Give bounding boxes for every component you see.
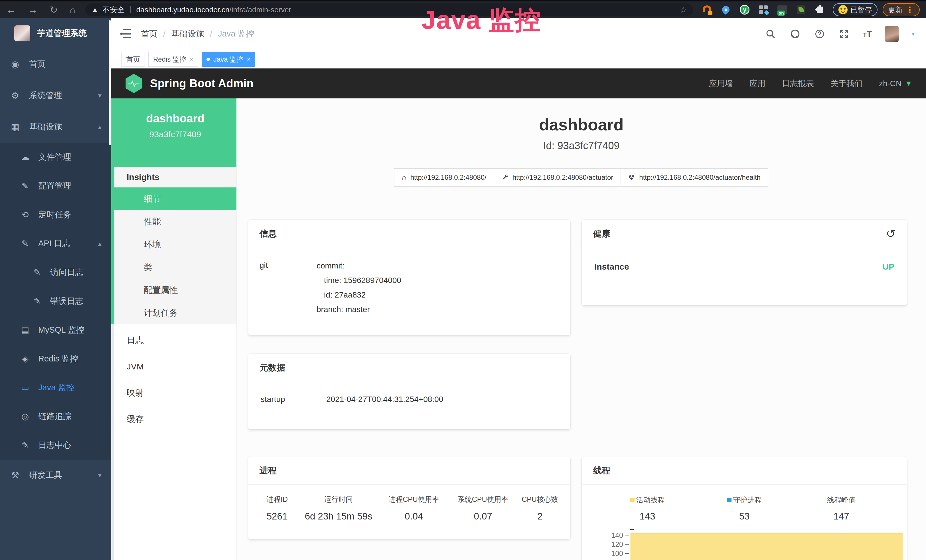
active-section-indicator bbox=[111, 98, 114, 324]
sidebar-item-scheduled-tasks[interactable]: ⟲ 定时任务 bbox=[0, 200, 111, 229]
extension-y-icon[interactable]: y bbox=[739, 4, 750, 15]
sidebar-item-java-monitor[interactable]: ▭ Java 监控 bbox=[0, 373, 111, 402]
nav-item-scheduled-tasks[interactable]: 计划任务 bbox=[114, 301, 236, 324]
browser-address-bar[interactable]: ▲ 不安全 dashboard.yudao.iocoder.cn/infra/a… bbox=[85, 3, 693, 16]
extensions-puzzle-icon[interactable] bbox=[814, 4, 825, 15]
metadata-card: 元数据 startup 2021-04-27T00:44:31.254+08:0… bbox=[248, 354, 570, 429]
extension-pin-icon[interactable] bbox=[720, 4, 731, 15]
info-value: commit: time: 1596289704000 id: 27aa832 … bbox=[316, 259, 559, 325]
extension-colorzilla-icon[interactable] bbox=[702, 4, 713, 15]
hamburger-icon[interactable] bbox=[120, 29, 131, 39]
history-icon[interactable]: ↺ bbox=[886, 227, 896, 240]
sidebar-item-tracing[interactable]: ◎ 链路追踪 bbox=[0, 402, 111, 431]
sidebar-item-api-logs[interactable]: ✎ API 日志 ▴ bbox=[0, 229, 111, 258]
tab-home[interactable]: 首页 bbox=[121, 52, 145, 67]
threads-card: 线程 活动线程 143 守护进程 53 线程峰值 bbox=[582, 456, 907, 560]
process-card: 进程 进程ID 运行时间 进程CPU使用率 系统CPU使用率 CPU核心数 52… bbox=[248, 456, 570, 539]
chevron-up-icon: ▴ bbox=[98, 240, 101, 248]
nav-item-details[interactable]: 细节 bbox=[114, 188, 236, 210]
endpoint-actuator-url[interactable]: http://192.168.0.2:48080/actuator bbox=[494, 168, 621, 186]
browser-forward-icon[interactable]: → bbox=[28, 4, 38, 15]
help-icon[interactable] bbox=[814, 28, 825, 40]
close-icon[interactable]: × bbox=[190, 56, 194, 63]
info-card-title: 信息 bbox=[260, 228, 277, 240]
browser-update-button[interactable]: 更新 ⋮ bbox=[883, 3, 920, 16]
sidebar-item-mysql-monitor[interactable]: ▤ MySQL 监控 bbox=[0, 316, 111, 344]
instance-sidebar: dashboard 93a3fc7f7409 Insights 细节 性能 环境… bbox=[111, 98, 237, 560]
breadcrumb-home[interactable]: 首页 bbox=[141, 28, 157, 40]
bookmark-star-icon[interactable]: ☆ bbox=[679, 5, 687, 15]
screen: ← → ↻ ⌂ ▲ 不安全 dashboard.yudao.iocoder.cn… bbox=[0, 0, 926, 560]
nav-group-jvm[interactable]: JVM bbox=[114, 353, 236, 380]
sidebar-item-config-management[interactable]: ✎ 配置管理 bbox=[0, 171, 111, 200]
sidebar-item-access-logs[interactable]: ✎ 访问日志 bbox=[0, 258, 111, 287]
chevron-down-icon: ▾ bbox=[98, 92, 101, 100]
sba-language-selector[interactable]: zh-CN ▼ bbox=[879, 79, 912, 88]
eye-icon: ◎ bbox=[20, 412, 30, 421]
sidebar-item-dev-tools[interactable]: ⚒ 研发工具 ▾ bbox=[0, 460, 111, 491]
update-label: 更新 bbox=[888, 5, 903, 15]
page-id: Id: 93a3fc7f7409 bbox=[237, 140, 926, 152]
sidebar-item-error-logs[interactable]: ✎ 错误日志 bbox=[0, 287, 111, 316]
browser-home-icon[interactable]: ⌂ bbox=[70, 4, 76, 15]
paused-label: 已暂停 bbox=[850, 5, 872, 15]
live-threads-value: 143 bbox=[599, 511, 696, 522]
cpu-cores: 2 bbox=[517, 511, 563, 522]
browser-back-icon[interactable]: ← bbox=[6, 4, 16, 15]
sidebar-scrollbar[interactable] bbox=[109, 20, 111, 145]
breadcrumb-infrastructure[interactable]: 基础设施 bbox=[171, 28, 204, 40]
github-icon[interactable] bbox=[790, 28, 801, 40]
endpoint-service-url[interactable]: ⌂ http://192.168.0.2:48080/ bbox=[394, 168, 494, 186]
legend-swatch-daemon bbox=[727, 498, 731, 502]
log-icon: ✎ bbox=[20, 440, 30, 450]
profile-paused-badge[interactable]: 已暂停 bbox=[833, 3, 878, 16]
metadata-card-title: 元数据 bbox=[260, 362, 285, 374]
sidebar-item-file-management[interactable]: ☁ 文件管理 bbox=[0, 143, 111, 171]
nav-item-environment[interactable]: 环境 bbox=[114, 233, 236, 256]
sidebar-item-home[interactable]: ◉ 首页 bbox=[0, 48, 111, 80]
fullscreen-icon[interactable] bbox=[838, 28, 850, 40]
info-key: git bbox=[260, 259, 316, 325]
sidebar-item-redis-monitor[interactable]: ◈ Redis 监控 bbox=[0, 344, 111, 373]
endpoint-health-url[interactable]: http://192.168.0.2:48080/actuator/health bbox=[620, 168, 768, 186]
search-icon[interactable] bbox=[765, 28, 776, 40]
health-status-badge: UP bbox=[882, 262, 894, 272]
extension-switch-on-icon[interactable]: on bbox=[777, 4, 788, 15]
app-logo-row[interactable]: 芋道管理系统 bbox=[0, 18, 111, 48]
nav-group-logs[interactable]: 日志 bbox=[114, 327, 236, 353]
sba-nav-about[interactable]: 关于我们 bbox=[831, 78, 862, 89]
tab-java-monitor[interactable]: Java 监控 × bbox=[202, 52, 255, 67]
browser-menu-icon[interactable]: ⋮ bbox=[905, 5, 914, 15]
extension-leaf-icon[interactable] bbox=[796, 4, 806, 15]
caret-down-icon[interactable]: ▾ bbox=[912, 30, 915, 37]
sidebar-track bbox=[111, 324, 114, 560]
health-row: Instance UP bbox=[593, 248, 896, 285]
extension-grid-icon[interactable] bbox=[758, 4, 769, 15]
nav-item-config-props[interactable]: 配置属性 bbox=[114, 279, 236, 301]
url-text: dashboard.yudao.iocoder.cn/infra/admin-s… bbox=[136, 5, 291, 14]
sidebar-item-infrastructure[interactable]: ▦ 基础设施 ▴ bbox=[0, 111, 111, 143]
tab-redis-monitor[interactable]: Redis 监控 × bbox=[148, 52, 198, 67]
home-icon: ⌂ bbox=[402, 173, 406, 182]
ytick-100: 100 bbox=[593, 550, 623, 557]
sidebar-item-log-center[interactable]: ✎ 日志中心 bbox=[0, 431, 111, 460]
browser-extensions: y on bbox=[702, 4, 825, 15]
sba-nav-applications[interactable]: 应用 bbox=[749, 78, 766, 89]
log-icon: ✎ bbox=[32, 267, 42, 277]
nav-item-metrics[interactable]: 性能 bbox=[114, 210, 236, 233]
instance-header[interactable]: dashboard 93a3fc7f7409 bbox=[114, 98, 236, 167]
nav-group-caches[interactable]: 缓存 bbox=[114, 406, 236, 432]
sba-nav-journal[interactable]: 日志报表 bbox=[782, 78, 814, 89]
user-avatar[interactable] bbox=[885, 26, 899, 42]
sidebar-item-system[interactable]: ⚙ 系统管理 ▾ bbox=[0, 80, 111, 111]
process-table-values: 5261 6d 23h 15m 59s 0.04 0.07 2 bbox=[248, 511, 570, 522]
font-size-icon[interactable]: TT bbox=[863, 29, 872, 39]
close-icon[interactable]: × bbox=[247, 56, 250, 63]
nav-group-mappings[interactable]: 映射 bbox=[114, 380, 236, 406]
nav-item-classes[interactable]: 类 bbox=[114, 256, 236, 279]
insights-group: Insights 细节 性能 环境 类 配置属性 计划任务 bbox=[114, 167, 236, 324]
sba-nav-wallboard[interactable]: 应用墙 bbox=[709, 78, 733, 89]
active-dot bbox=[206, 58, 210, 61]
timer-icon: ⟲ bbox=[20, 210, 30, 219]
browser-reload-icon[interactable]: ↻ bbox=[50, 4, 58, 15]
